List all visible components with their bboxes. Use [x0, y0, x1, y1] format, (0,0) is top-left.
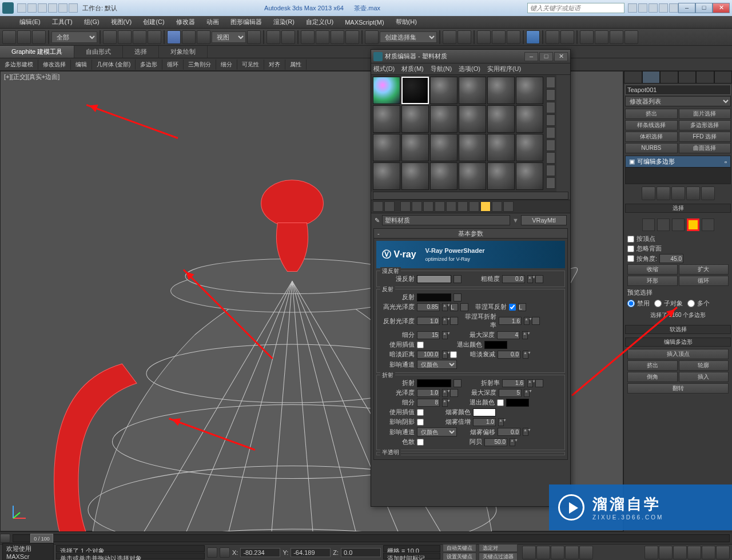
refl-interp-checkbox[interactable] — [417, 341, 424, 348]
rpanel-props[interactable]: 属性 — [285, 59, 307, 70]
remove-mod-icon[interactable] — [686, 186, 700, 200]
menu-animation[interactable]: 动画 — [201, 18, 225, 26]
sample-slot[interactable] — [459, 162, 486, 190]
rpanel-tri[interactable]: 三角剖分 — [184, 59, 216, 70]
selected-button[interactable]: 选定对 — [479, 544, 518, 552]
sample-slot[interactable] — [459, 105, 486, 133]
sample-scrollbar[interactable] — [373, 192, 568, 200]
rollout-basic-params[interactable]: 基本参数 — [373, 228, 568, 239]
rpanel-poly[interactable]: 多边形 — [136, 59, 162, 70]
menu-customize[interactable]: 自定义(U) — [300, 18, 339, 26]
dim-dist-input[interactable] — [417, 351, 440, 359]
rollout-softsel[interactable]: 软选择 — [625, 325, 731, 334]
btn-bevel[interactable]: 倒角 — [627, 372, 678, 382]
roughness-input[interactable] — [502, 275, 525, 283]
get-material-icon[interactable] — [373, 201, 383, 212]
named-selection-set[interactable]: 创建选择集 — [380, 31, 437, 43]
motion-tab-icon[interactable] — [678, 71, 697, 84]
sample-slot[interactable] — [401, 162, 429, 190]
exchange-icon[interactable] — [649, 3, 658, 13]
fog-mult-input[interactable] — [473, 418, 496, 426]
scale-icon[interactable] — [197, 30, 210, 44]
fresnel-ior-input[interactable] — [499, 317, 522, 325]
dispersion-checkbox[interactable] — [417, 439, 424, 446]
time-cursor[interactable]: 0 / 100 — [30, 534, 53, 544]
preview-off[interactable]: 禁用 — [627, 299, 650, 308]
go-parent-icon[interactable] — [492, 201, 502, 212]
lbtn[interactable]: L — [450, 303, 458, 311]
curve-editor-icon[interactable] — [492, 30, 506, 44]
ref-coord-system[interactable]: 视图 — [212, 31, 246, 43]
sample-slot[interactable] — [516, 134, 543, 161]
btn-splinesel[interactable]: 样条线选择 — [625, 120, 678, 130]
sample-slot[interactable] — [516, 162, 543, 190]
ribbon-tab-graphite[interactable]: Graphite 建模工具 — [0, 46, 74, 58]
edge-level-icon[interactable] — [657, 219, 670, 231]
refr-interp-checkbox[interactable] — [417, 409, 424, 416]
mateditor-titlebar[interactable]: 材质编辑器 - 塑料材质 – □ ✕ — [371, 50, 570, 63]
reflect-color-swatch[interactable] — [417, 293, 451, 301]
sample-slot[interactable] — [430, 105, 458, 133]
reset-map-icon[interactable] — [412, 201, 422, 212]
sample-slot[interactable] — [487, 162, 515, 190]
ribbon-tab-objectpaint[interactable]: 对象绘制 — [159, 46, 208, 58]
mateditor-max[interactable]: □ — [539, 52, 553, 61]
menu-create[interactable]: 创建(C) — [137, 18, 170, 26]
maxscript-listener[interactable]: 欢迎使用 MAXScr — [2, 543, 54, 560]
play-icon[interactable] — [551, 546, 564, 559]
goto-start-icon[interactable] — [522, 546, 536, 559]
select-by-mat-icon[interactable] — [546, 165, 555, 176]
make-copy-icon[interactable] — [423, 201, 433, 212]
material-name-input[interactable] — [382, 215, 510, 225]
sample-slot[interactable] — [373, 134, 400, 161]
teapot-render2-icon[interactable] — [624, 30, 638, 44]
select-region-icon[interactable] — [133, 30, 146, 44]
sample-slot[interactable] — [487, 77, 515, 104]
rollout-selection[interactable]: 选择 — [625, 204, 731, 213]
go-forward-icon[interactable] — [503, 201, 514, 212]
utilities-tab-icon[interactable] — [714, 71, 733, 84]
fog-bias-input[interactable] — [498, 428, 520, 436]
preview-multi[interactable]: 多个 — [687, 299, 710, 308]
border-level-icon[interactable] — [672, 219, 685, 231]
menu-rendering[interactable]: 渲染(R) — [268, 18, 300, 26]
timeconfig-icon[interactable] — [0, 534, 10, 543]
insert-vertex-button[interactable]: 插入顶点 — [627, 349, 729, 359]
show-endresult-icon[interactable] — [480, 201, 491, 212]
minimize-button[interactable]: – — [678, 3, 695, 13]
modify-tab-icon[interactable] — [642, 71, 661, 84]
abbe-input[interactable] — [484, 438, 507, 446]
me-menu-nav[interactable]: 导航(N) — [431, 65, 452, 73]
fresnel-checkbox[interactable] — [509, 304, 516, 311]
stack-item-editpoly[interactable]: ▣ 可编辑多边形 ▫ — [626, 156, 730, 168]
maximize-button[interactable]: □ — [695, 3, 713, 13]
sample-slot[interactable] — [487, 134, 515, 161]
link-icon[interactable] — [2, 30, 16, 44]
help-icon[interactable] — [669, 3, 678, 13]
show-end-icon[interactable] — [657, 186, 670, 200]
rpanel-geomall[interactable]: 几何体 (全部) — [92, 59, 136, 70]
video-color-icon[interactable] — [546, 127, 555, 138]
fog-color-swatch[interactable] — [473, 408, 496, 416]
menu-help[interactable]: 帮助(H) — [390, 18, 423, 26]
options-icon[interactable] — [546, 152, 555, 164]
display-tab-icon[interactable] — [696, 71, 714, 84]
undo-icon[interactable] — [48, 3, 57, 13]
mateditor-min[interactable]: – — [524, 52, 538, 61]
preview-subobj[interactable]: 子对象 — [654, 299, 683, 308]
btn-polysel[interactable]: 多边形选择 — [679, 120, 731, 130]
pan-icon[interactable] — [645, 546, 658, 559]
btn-extrude[interactable]: 挤出 — [625, 109, 678, 119]
sample-slot[interactable] — [430, 162, 458, 190]
create-tab-icon[interactable] — [624, 71, 642, 84]
diffuse-map-button[interactable] — [453, 275, 462, 283]
prev-frame-icon[interactable] — [536, 546, 550, 559]
btn-ffdsel[interactable]: FFD 选择 — [679, 132, 731, 142]
snap-icon[interactable] — [301, 30, 315, 44]
workspace-label[interactable]: 工作台: 默认 — [82, 4, 117, 13]
new-icon[interactable] — [17, 3, 26, 13]
pick-icon[interactable]: ✎ — [375, 217, 380, 224]
window-crossing-icon[interactable] — [148, 30, 161, 44]
select-name-icon[interactable] — [118, 30, 132, 44]
put-to-lib-icon[interactable] — [446, 201, 456, 212]
